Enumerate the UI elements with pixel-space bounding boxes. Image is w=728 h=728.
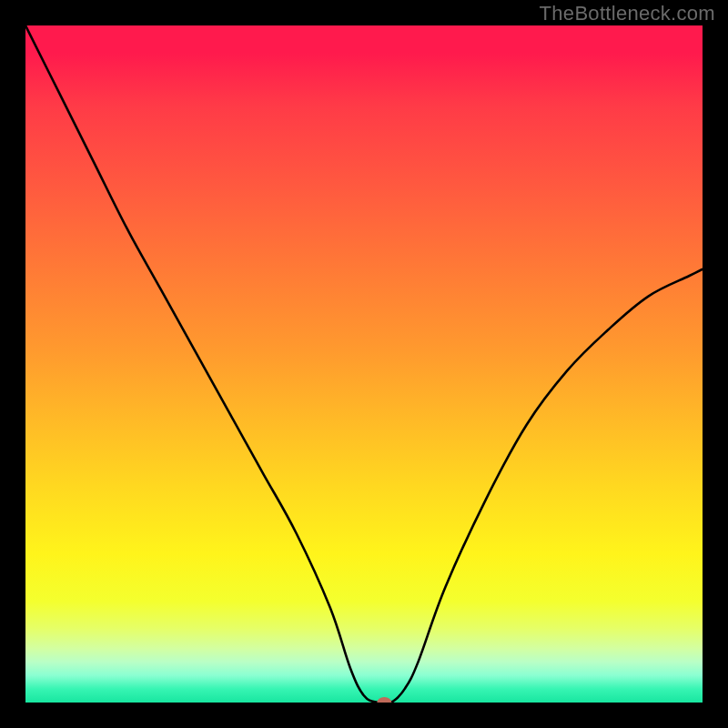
minimum-marker [377,697,391,703]
watermark-label: TheBottleneck.com [540,2,715,25]
plot-area [25,25,703,703]
chart-frame: TheBottleneck.com [0,0,728,728]
chart-svg [25,25,703,703]
bottleneck-curve [25,25,703,703]
